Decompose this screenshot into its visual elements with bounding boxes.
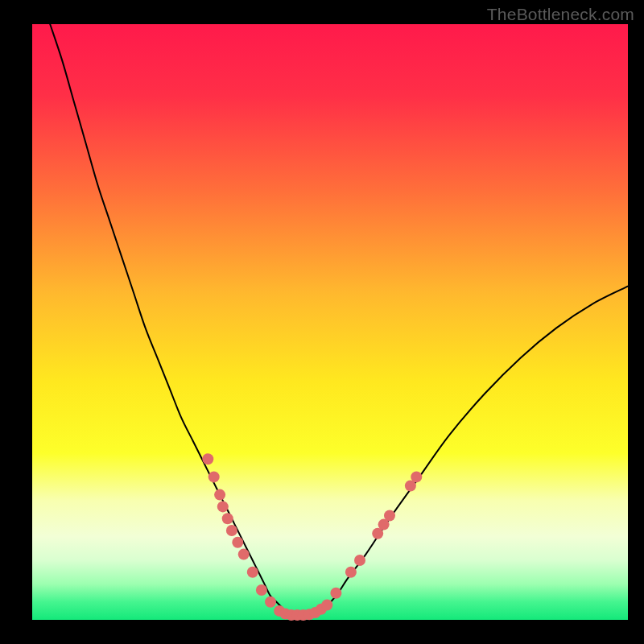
sample-dot (238, 549, 250, 560)
sample-dot (247, 567, 258, 578)
sample-dot (214, 489, 225, 501)
sample-dot (208, 471, 220, 482)
sample-dot (232, 537, 243, 548)
sample-dot (345, 567, 357, 578)
sample-dot (354, 555, 365, 566)
plot-background (32, 24, 628, 620)
sample-dot (217, 501, 229, 512)
chart-frame: TheBottleneck.com (0, 0, 644, 644)
sample-dot (330, 588, 341, 599)
chart-canvas (0, 0, 644, 644)
sample-dot (384, 510, 395, 522)
sample-dot (256, 584, 267, 596)
sample-dot (226, 525, 237, 536)
sample-dot (411, 471, 422, 482)
sample-dot (202, 453, 213, 464)
sample-dot (265, 597, 276, 608)
sample-dot (321, 600, 332, 611)
sample-dot (222, 513, 233, 524)
